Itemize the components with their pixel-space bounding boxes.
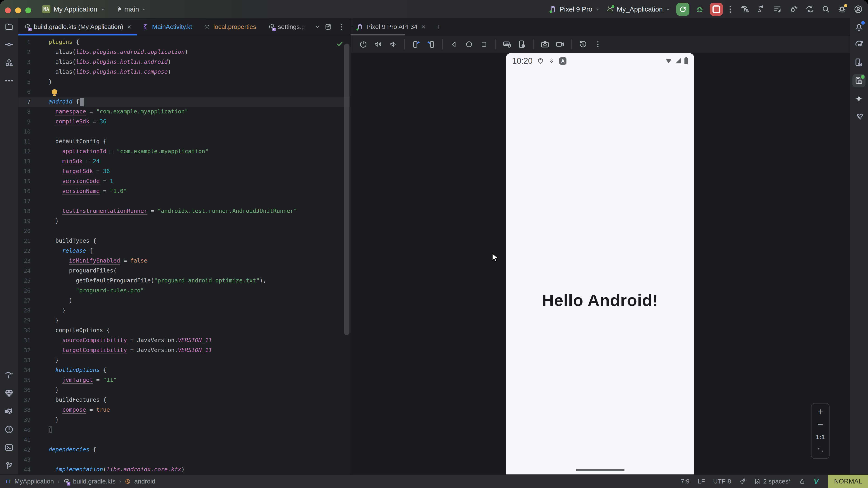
back-button[interactable] — [448, 38, 460, 50]
rotate-right-button[interactable] — [425, 38, 437, 50]
line-number[interactable]: 37 — [18, 397, 31, 403]
stop-button[interactable] — [710, 3, 723, 16]
line-number[interactable]: 38 — [18, 407, 31, 413]
line-number[interactable]: 22 — [18, 248, 31, 254]
line-number[interactable]: 26 — [18, 287, 31, 294]
line-number[interactable]: 5 — [18, 78, 31, 85]
terminal-tool-button[interactable] — [0, 438, 18, 457]
line-number[interactable]: 2 — [18, 49, 31, 55]
tab-build-gradle[interactable]: K build.gradle.kts (My Application) × — [18, 18, 137, 35]
line-number[interactable]: 24 — [18, 267, 31, 274]
rerun-button[interactable] — [676, 3, 689, 16]
hardware-input-button[interactable] — [501, 38, 513, 50]
device-settings-button[interactable] — [516, 38, 528, 50]
volume-down-button[interactable] — [387, 38, 399, 50]
build-button[interactable] — [740, 4, 749, 14]
zoom-in-button[interactable]: + — [817, 409, 823, 415]
snapshot-reset-button[interactable] — [577, 38, 589, 50]
more-tool-windows-button[interactable] — [0, 72, 18, 90]
line-number[interactable]: 41 — [18, 436, 31, 443]
attach-debugger-button[interactable] — [789, 4, 798, 14]
close-window-button[interactable] — [5, 7, 11, 13]
hide-panel-icon[interactable] — [351, 24, 357, 30]
line-number[interactable]: 12 — [18, 148, 31, 155]
line-number[interactable]: 18 — [18, 208, 31, 215]
debug-button[interactable] — [693, 3, 706, 16]
power-button[interactable] — [358, 38, 369, 50]
gradle-tool-button[interactable] — [850, 35, 868, 54]
line-number[interactable]: 14 — [18, 168, 31, 175]
line-number[interactable]: 44 — [18, 466, 31, 473]
unlock-icon[interactable] — [799, 478, 805, 485]
vim-mode-badge[interactable]: NORMAL — [828, 475, 868, 488]
tab-local-properties[interactable]: local.properties — [198, 18, 262, 35]
close-tab-icon[interactable]: × — [126, 23, 131, 31]
line-number[interactable]: 27 — [18, 297, 31, 304]
line-number[interactable]: 4 — [18, 69, 31, 75]
file-encoding[interactable]: UTF-8 — [713, 478, 731, 485]
line-number[interactable]: 36 — [18, 387, 31, 393]
line-number[interactable]: 15 — [18, 178, 31, 185]
line-number[interactable]: 42 — [18, 447, 31, 453]
open-in-window-icon[interactable] — [324, 23, 332, 31]
line-number[interactable]: 21 — [18, 238, 31, 244]
home-button[interactable] — [463, 38, 475, 50]
project-tool-button[interactable] — [0, 18, 18, 35]
code-editor[interactable]: 1plugins {2 alias(libs.plugins.android.a… — [18, 35, 350, 475]
breadcrumb-element[interactable]: android — [134, 478, 155, 485]
breadcrumb-file[interactable]: build.gradle.kts — [73, 478, 116, 485]
line-number[interactable]: 39 — [18, 417, 31, 423]
rotate-left-button[interactable] — [410, 38, 422, 50]
line-number[interactable]: 8 — [18, 108, 31, 115]
line-number[interactable]: 20 — [18, 228, 31, 234]
problems-tool-button[interactable] — [0, 420, 18, 438]
line-number[interactable]: 30 — [18, 327, 31, 334]
zoom-actual-size-button[interactable]: 1:1 — [816, 434, 825, 441]
inspection-ok-check-icon[interactable] — [336, 40, 344, 48]
run-configuration-selector[interactable]: My_Application — [606, 5, 671, 13]
notifications-button[interactable] — [850, 18, 868, 35]
ideavim-logo[interactable]: V — [813, 477, 819, 486]
line-number[interactable]: 29 — [18, 317, 31, 324]
search-everywhere-button[interactable] — [822, 5, 831, 14]
apply-code-changes-button[interactable] — [773, 4, 782, 14]
line-number[interactable]: 16 — [18, 188, 31, 195]
sync-project-button[interactable] — [805, 4, 815, 14]
device-manager-button[interactable] — [850, 54, 868, 72]
line-number[interactable]: 3 — [18, 59, 31, 65]
new-device-tab-button[interactable]: + — [435, 22, 440, 32]
gemini-assistant-button[interactable] — [850, 90, 868, 108]
screenshot-button[interactable] — [539, 38, 551, 50]
line-number[interactable]: 43 — [18, 456, 31, 463]
device-selector[interactable]: Pixel 9 Pro — [549, 5, 600, 13]
line-number[interactable]: 40 — [18, 427, 31, 433]
structure-tool-button[interactable] — [0, 54, 18, 72]
tab-list-chevron-icon[interactable] — [315, 24, 320, 30]
zoom-fit-icon[interactable] — [817, 447, 824, 453]
inlay-hints-pin-icon[interactable] — [739, 478, 746, 485]
line-number[interactable]: 7 — [18, 98, 31, 105]
gesture-navigation-handle[interactable] — [576, 469, 625, 471]
firebase-plane-button[interactable] — [850, 108, 868, 126]
gemini-tool-button[interactable] — [0, 384, 18, 402]
line-number[interactable]: 13 — [18, 158, 31, 165]
version-control-tool-button[interactable] — [0, 457, 18, 475]
profile-button[interactable] — [854, 4, 863, 14]
running-devices-button[interactable] — [850, 72, 868, 90]
line-number[interactable]: 28 — [18, 307, 31, 314]
vcs-branch-widget[interactable]: main — [115, 0, 146, 18]
logcat-tool-button[interactable] — [0, 402, 18, 420]
tab-settings-gradle[interactable]: K settings.g — [262, 18, 311, 35]
panel-options-kebab-icon[interactable] — [340, 23, 342, 31]
line-number[interactable]: 9 — [18, 119, 31, 125]
tab-scroll-indicator[interactable] — [350, 34, 405, 35]
line-number[interactable]: 19 — [18, 218, 31, 224]
indent-widget[interactable]: 2 spaces* — [754, 478, 791, 485]
line-number[interactable]: 35 — [18, 377, 31, 383]
screen-record-button[interactable] — [554, 38, 566, 50]
minimize-window-button[interactable] — [15, 7, 21, 13]
settings-button[interactable] — [837, 4, 847, 14]
line-number[interactable]: 10 — [18, 128, 31, 135]
overview-button[interactable] — [478, 38, 490, 50]
line-number[interactable]: 34 — [18, 367, 31, 373]
